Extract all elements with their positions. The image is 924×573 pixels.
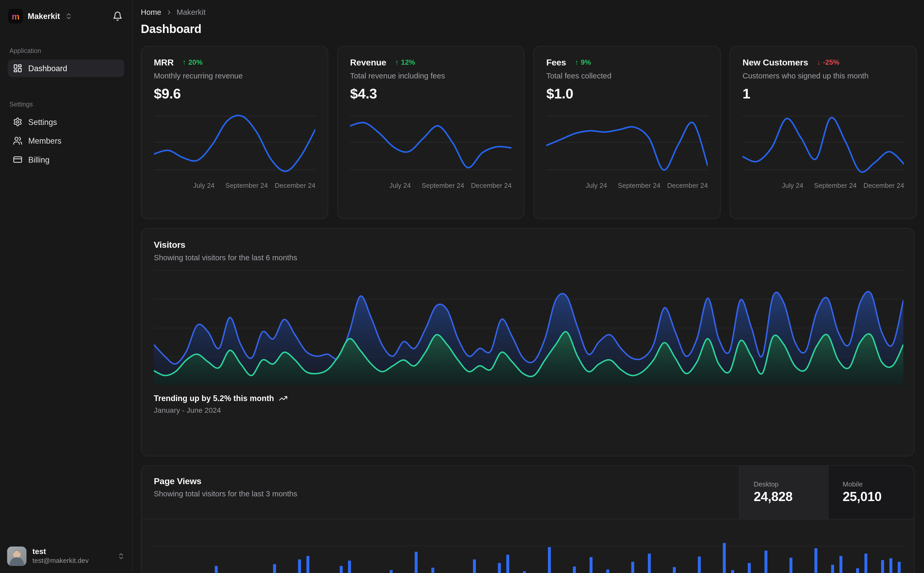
chevron-right-icon bbox=[165, 9, 172, 16]
page-views-header: Page Views Showing total visitors for th… bbox=[141, 466, 914, 519]
page-views-bar-chart bbox=[141, 520, 914, 573]
workspace-switcher[interactable]: m Makerkit bbox=[8, 9, 72, 23]
sparkline-chart: July 24 September 24 December 24 bbox=[350, 111, 511, 191]
sidebar-item-settings[interactable]: Settings bbox=[8, 113, 124, 131]
stat-trend-badge: ↑ 20% bbox=[182, 58, 202, 66]
members-icon bbox=[13, 136, 22, 146]
stat-card-grid: MRR ↑ 20% Monthly recurring revenue $9.6… bbox=[141, 46, 915, 219]
settings-icon bbox=[13, 117, 22, 127]
axis-label: July 24 bbox=[782, 182, 803, 189]
stat-title: MRR bbox=[154, 57, 174, 67]
breadcrumb: Home Makerkit bbox=[141, 8, 915, 16]
chevrons-up-down-icon bbox=[65, 12, 72, 19]
trend-value: -25% bbox=[823, 58, 839, 66]
stat-card: Revenue ↑ 12% Total revenue including fe… bbox=[337, 46, 524, 219]
trend-arrow-icon: ↑ bbox=[182, 58, 186, 66]
axis-label: December 24 bbox=[471, 182, 512, 189]
sidebar-nav: Application Dashboard Settings Settings … bbox=[0, 40, 132, 170]
trend-arrow-icon: ↑ bbox=[395, 58, 399, 66]
workspace-name: Makerkit bbox=[28, 11, 60, 20]
user-meta: test test@makerkit.dev bbox=[33, 547, 111, 565]
toggle-desktop-label: Desktop bbox=[754, 480, 814, 487]
axis-label: December 24 bbox=[863, 182, 904, 189]
sparkline-axis-labels: July 24 September 24 December 24 bbox=[546, 182, 708, 191]
breadcrumb-home[interactable]: Home bbox=[141, 8, 162, 16]
sidebar-item-dashboard[interactable]: Dashboard bbox=[8, 59, 124, 77]
toggle-mobile[interactable]: Mobile 25,010 bbox=[828, 466, 914, 519]
sparkline-axis-labels: July 24 September 24 December 24 bbox=[154, 182, 315, 191]
logo-letter: m bbox=[12, 11, 19, 20]
axis-label: December 24 bbox=[667, 182, 708, 189]
sidebar-item-billing[interactable]: Billing bbox=[8, 151, 124, 168]
user-menu[interactable]: test test@makerkit.dev bbox=[0, 540, 132, 573]
stat-trend-badge: ↓ -25% bbox=[817, 58, 839, 66]
stat-title: New Customers bbox=[743, 57, 808, 67]
sparkline-chart: July 24 September 24 December 24 bbox=[154, 111, 315, 191]
dashboard-screen: m Makerkit Application Dashboard Setting… bbox=[0, 0, 924, 573]
nav-section-settings: Settings bbox=[9, 101, 122, 108]
axis-label: July 24 bbox=[585, 182, 607, 189]
stat-title: Fees bbox=[546, 57, 566, 67]
visitors-footer: Trending up by 5.2% this month January -… bbox=[154, 394, 902, 415]
stat-trend-badge: ↑ 12% bbox=[395, 58, 415, 66]
sparkline-chart: July 24 September 24 December 24 bbox=[743, 111, 904, 191]
chevrons-up-down-icon bbox=[117, 553, 125, 560]
page-title: Dashboard bbox=[141, 21, 915, 37]
trend-value: 20% bbox=[188, 58, 202, 66]
bell-icon bbox=[113, 11, 123, 21]
toggle-mobile-value: 25,010 bbox=[842, 489, 900, 504]
stat-card-header: MRR ↑ 20% bbox=[154, 57, 315, 67]
sparkline-axis-labels: July 24 September 24 December 24 bbox=[743, 182, 904, 191]
axis-label: December 24 bbox=[275, 182, 315, 189]
billing-icon bbox=[13, 155, 22, 164]
stat-trend-badge: ↑ 9% bbox=[575, 58, 591, 66]
makerkit-logo: m bbox=[8, 9, 23, 23]
sidebar-item-label: Settings bbox=[28, 117, 57, 126]
page-views-title: Page Views bbox=[154, 476, 727, 486]
trending-up-icon bbox=[279, 394, 287, 403]
stat-subtitle: Customers who signed up this month bbox=[743, 71, 904, 80]
sparkline-chart: July 24 September 24 December 24 bbox=[546, 111, 708, 191]
user-avatar bbox=[7, 546, 27, 566]
toggle-desktop[interactable]: Desktop 24,828 bbox=[739, 466, 828, 519]
axis-label: September 24 bbox=[814, 182, 857, 189]
axis-label: September 24 bbox=[618, 182, 660, 189]
visitors-card: Visitors Showing total visitors for the … bbox=[141, 228, 915, 456]
sidebar-item-members[interactable]: Members bbox=[8, 132, 124, 150]
stat-subtitle: Total revenue including fees bbox=[350, 71, 511, 80]
trend-value: 9% bbox=[581, 58, 591, 66]
visitors-trend: Trending up by 5.2% this month bbox=[154, 394, 902, 403]
stat-subtitle: Total fees collected bbox=[546, 71, 708, 80]
page-views-card: Page Views Showing total visitors for th… bbox=[141, 465, 915, 573]
axis-label: September 24 bbox=[225, 182, 268, 189]
stat-card: MRR ↑ 20% Monthly recurring revenue $9.6… bbox=[141, 46, 328, 219]
stat-card-header: Revenue ↑ 12% bbox=[350, 57, 511, 67]
breadcrumb-current[interactable]: Makerkit bbox=[176, 8, 206, 16]
axis-label: July 24 bbox=[193, 182, 215, 189]
trend-value: 12% bbox=[401, 58, 415, 66]
sidebar-item-label: Billing bbox=[28, 155, 50, 164]
visitors-period: January - June 2024 bbox=[154, 406, 902, 415]
trend-arrow-icon: ↓ bbox=[817, 58, 820, 66]
notifications-button[interactable] bbox=[111, 9, 124, 22]
nav-section-application: Application bbox=[9, 47, 122, 54]
axis-label: July 24 bbox=[389, 182, 411, 189]
sidebar-item-label: Members bbox=[28, 136, 61, 145]
visitors-title: Visitors bbox=[154, 240, 902, 250]
sparkline-axis-labels: July 24 September 24 December 24 bbox=[350, 182, 511, 191]
sidebar-item-label: Dashboard bbox=[28, 64, 67, 73]
visitors-subtitle: Showing total visitors for the last 6 mo… bbox=[154, 253, 902, 262]
main-content: Home Makerkit Dashboard MRR ↑ 20% Monthl… bbox=[133, 0, 924, 573]
visitors-trend-text: Trending up by 5.2% this month bbox=[154, 394, 274, 403]
stat-title: Revenue bbox=[350, 57, 386, 67]
stat-value: $1.0 bbox=[546, 85, 708, 102]
sidebar: m Makerkit Application Dashboard Setting… bbox=[0, 0, 133, 573]
user-name: test bbox=[33, 547, 111, 557]
stat-value: $4.3 bbox=[350, 85, 511, 102]
stat-value: $9.6 bbox=[154, 85, 315, 102]
stat-card: New Customers ↓ -25% Customers who signe… bbox=[729, 46, 917, 219]
toggle-desktop-value: 24,828 bbox=[754, 489, 814, 504]
page-views-titles: Page Views Showing total visitors for th… bbox=[141, 466, 739, 519]
axis-label: September 24 bbox=[422, 182, 464, 189]
stat-value: 1 bbox=[743, 85, 904, 102]
